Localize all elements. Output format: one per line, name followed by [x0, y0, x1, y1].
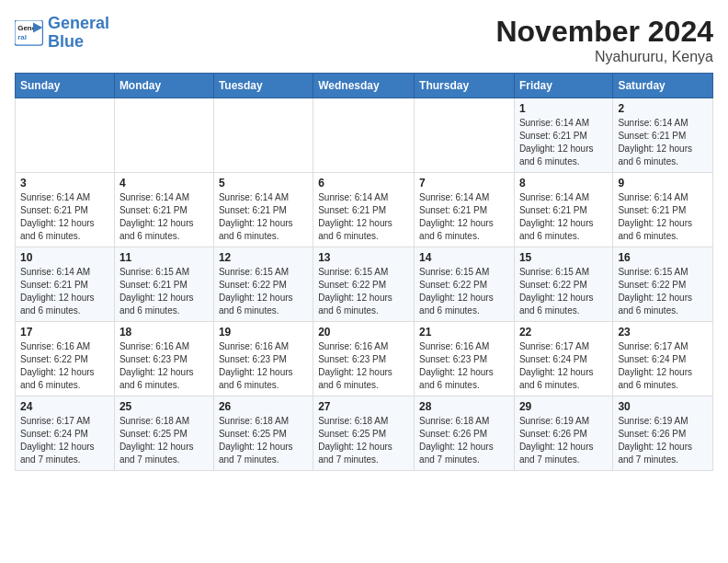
svg-text:ral: ral [17, 33, 27, 41]
calendar-cell: 20Sunrise: 6:16 AMSunset: 6:23 PMDayligh… [313, 322, 415, 396]
day-number: 21 [419, 326, 509, 339]
calendar-cell: 8Sunrise: 6:14 AMSunset: 6:21 PMDaylight… [514, 173, 612, 247]
day-number: 20 [318, 326, 409, 339]
day-detail: Sunrise: 6:15 AMSunset: 6:22 PMDaylight:… [618, 266, 708, 317]
calendar-cell: 10Sunrise: 6:14 AMSunset: 6:21 PMDayligh… [16, 247, 115, 322]
day-detail: Sunrise: 6:17 AMSunset: 6:24 PMDaylight:… [20, 415, 109, 466]
page-title: November 2024 [495, 15, 713, 49]
calendar-cell [114, 98, 213, 173]
day-detail: Sunrise: 6:14 AMSunset: 6:21 PMDaylight:… [519, 191, 608, 243]
day-detail: Sunrise: 6:18 AMSunset: 6:26 PMDaylight:… [419, 415, 509, 466]
calendar-week-row: 17Sunrise: 6:16 AMSunset: 6:22 PMDayligh… [16, 322, 713, 396]
day-detail: Sunrise: 6:15 AMSunset: 6:22 PMDaylight:… [419, 266, 509, 317]
day-detail: Sunrise: 6:15 AMSunset: 6:21 PMDaylight:… [119, 266, 209, 317]
day-detail: Sunrise: 6:14 AMSunset: 6:21 PMDaylight:… [519, 117, 608, 168]
day-number: 2 [618, 102, 708, 115]
calendar-cell: 21Sunrise: 6:16 AMSunset: 6:23 PMDayligh… [415, 322, 515, 396]
day-detail: Sunrise: 6:19 AMSunset: 6:26 PMDaylight:… [519, 415, 608, 466]
day-number: 23 [618, 326, 708, 339]
calendar-week-row: 24Sunrise: 6:17 AMSunset: 6:24 PMDayligh… [16, 396, 713, 471]
calendar-cell: 24Sunrise: 6:17 AMSunset: 6:24 PMDayligh… [16, 396, 115, 471]
day-detail: Sunrise: 6:17 AMSunset: 6:24 PMDaylight:… [519, 340, 608, 392]
day-detail: Sunrise: 6:16 AMSunset: 6:23 PMDaylight:… [419, 340, 509, 392]
weekday-header: Saturday [613, 74, 713, 98]
page-header: Gene- ral General Blue November 2024 Nya… [15, 15, 713, 65]
day-detail: Sunrise: 6:14 AMSunset: 6:21 PMDaylight:… [618, 191, 708, 243]
weekday-header: Sunday [16, 74, 115, 98]
day-detail: Sunrise: 6:15 AMSunset: 6:22 PMDaylight:… [219, 266, 308, 317]
day-number: 24 [20, 400, 109, 413]
calendar-week-row: 3Sunrise: 6:14 AMSunset: 6:21 PMDaylight… [16, 173, 713, 247]
calendar-cell: 1Sunrise: 6:14 AMSunset: 6:21 PMDaylight… [514, 98, 612, 173]
calendar-cell: 23Sunrise: 6:17 AMSunset: 6:24 PMDayligh… [613, 322, 713, 396]
calendar-cell: 2Sunrise: 6:14 AMSunset: 6:21 PMDaylight… [613, 98, 713, 173]
weekday-header: Tuesday [213, 74, 313, 98]
calendar-cell: 30Sunrise: 6:19 AMSunset: 6:26 PMDayligh… [613, 396, 713, 471]
day-detail: Sunrise: 6:19 AMSunset: 6:26 PMDaylight:… [618, 415, 708, 466]
calendar-cell: 25Sunrise: 6:18 AMSunset: 6:25 PMDayligh… [114, 396, 213, 471]
day-number: 18 [119, 326, 209, 339]
calendar-cell: 29Sunrise: 6:19 AMSunset: 6:26 PMDayligh… [514, 396, 612, 471]
day-number: 9 [618, 177, 708, 190]
day-number: 3 [20, 177, 109, 190]
day-number: 11 [119, 251, 209, 264]
day-number: 29 [519, 400, 608, 413]
day-number: 1 [519, 102, 608, 115]
logo-icon: Gene- ral [15, 20, 44, 46]
day-number: 13 [318, 251, 409, 264]
day-detail: Sunrise: 6:14 AMSunset: 6:21 PMDaylight:… [219, 191, 308, 243]
day-number: 4 [119, 177, 209, 190]
calendar-header: SundayMondayTuesdayWednesdayThursdayFrid… [16, 74, 713, 98]
day-detail: Sunrise: 6:14 AMSunset: 6:21 PMDaylight:… [119, 191, 209, 243]
day-number: 15 [519, 251, 608, 264]
day-detail: Sunrise: 6:16 AMSunset: 6:23 PMDaylight:… [318, 340, 409, 392]
day-detail: Sunrise: 6:18 AMSunset: 6:25 PMDaylight:… [318, 415, 409, 466]
day-detail: Sunrise: 6:14 AMSunset: 6:21 PMDaylight:… [20, 266, 109, 317]
logo: Gene- ral General Blue [15, 15, 109, 52]
day-detail: Sunrise: 6:14 AMSunset: 6:21 PMDaylight:… [318, 191, 409, 243]
day-detail: Sunrise: 6:16 AMSunset: 6:23 PMDaylight:… [119, 340, 209, 392]
weekday-header: Wednesday [313, 74, 415, 98]
calendar-cell: 17Sunrise: 6:16 AMSunset: 6:22 PMDayligh… [16, 322, 115, 396]
day-detail: Sunrise: 6:17 AMSunset: 6:24 PMDaylight:… [618, 340, 708, 392]
calendar-body: 1Sunrise: 6:14 AMSunset: 6:21 PMDaylight… [16, 98, 713, 471]
title-block: November 2024 Nyahururu, Kenya [495, 15, 713, 65]
day-number: 26 [219, 400, 308, 413]
calendar-cell: 11Sunrise: 6:15 AMSunset: 6:21 PMDayligh… [114, 247, 213, 322]
day-number: 30 [618, 400, 708, 413]
calendar-cell: 6Sunrise: 6:14 AMSunset: 6:21 PMDaylight… [313, 173, 415, 247]
calendar-cell: 14Sunrise: 6:15 AMSunset: 6:22 PMDayligh… [415, 247, 515, 322]
day-number: 12 [219, 251, 308, 264]
day-number: 27 [318, 400, 409, 413]
day-detail: Sunrise: 6:18 AMSunset: 6:25 PMDaylight:… [219, 415, 308, 466]
weekday-header: Thursday [415, 74, 515, 98]
day-detail: Sunrise: 6:16 AMSunset: 6:23 PMDaylight:… [219, 340, 308, 392]
day-number: 5 [219, 177, 308, 190]
weekday-header: Monday [114, 74, 213, 98]
calendar-cell: 27Sunrise: 6:18 AMSunset: 6:25 PMDayligh… [313, 396, 415, 471]
page-subtitle: Nyahururu, Kenya [495, 49, 713, 65]
day-detail: Sunrise: 6:14 AMSunset: 6:21 PMDaylight:… [20, 191, 109, 243]
day-detail: Sunrise: 6:14 AMSunset: 6:21 PMDaylight:… [618, 117, 708, 168]
day-number: 17 [20, 326, 109, 339]
calendar-cell [16, 98, 115, 173]
day-detail: Sunrise: 6:16 AMSunset: 6:22 PMDaylight:… [20, 340, 109, 392]
calendar-cell: 12Sunrise: 6:15 AMSunset: 6:22 PMDayligh… [213, 247, 313, 322]
calendar-cell: 16Sunrise: 6:15 AMSunset: 6:22 PMDayligh… [613, 247, 713, 322]
day-number: 10 [20, 251, 109, 264]
calendar-cell: 22Sunrise: 6:17 AMSunset: 6:24 PMDayligh… [514, 322, 612, 396]
calendar-cell: 4Sunrise: 6:14 AMSunset: 6:21 PMDaylight… [114, 173, 213, 247]
day-detail: Sunrise: 6:15 AMSunset: 6:22 PMDaylight:… [318, 266, 409, 317]
day-detail: Sunrise: 6:18 AMSunset: 6:25 PMDaylight:… [119, 415, 209, 466]
calendar-cell [313, 98, 415, 173]
day-number: 22 [519, 326, 608, 339]
day-detail: Sunrise: 6:14 AMSunset: 6:21 PMDaylight:… [419, 191, 509, 243]
day-number: 28 [419, 400, 509, 413]
calendar-cell: 9Sunrise: 6:14 AMSunset: 6:21 PMDaylight… [613, 173, 713, 247]
day-number: 25 [119, 400, 209, 413]
day-number: 6 [318, 177, 409, 190]
calendar-cell: 19Sunrise: 6:16 AMSunset: 6:23 PMDayligh… [213, 322, 313, 396]
day-detail: Sunrise: 6:15 AMSunset: 6:22 PMDaylight:… [519, 266, 608, 317]
calendar-cell: 5Sunrise: 6:14 AMSunset: 6:21 PMDaylight… [213, 173, 313, 247]
calendar-cell [213, 98, 313, 173]
